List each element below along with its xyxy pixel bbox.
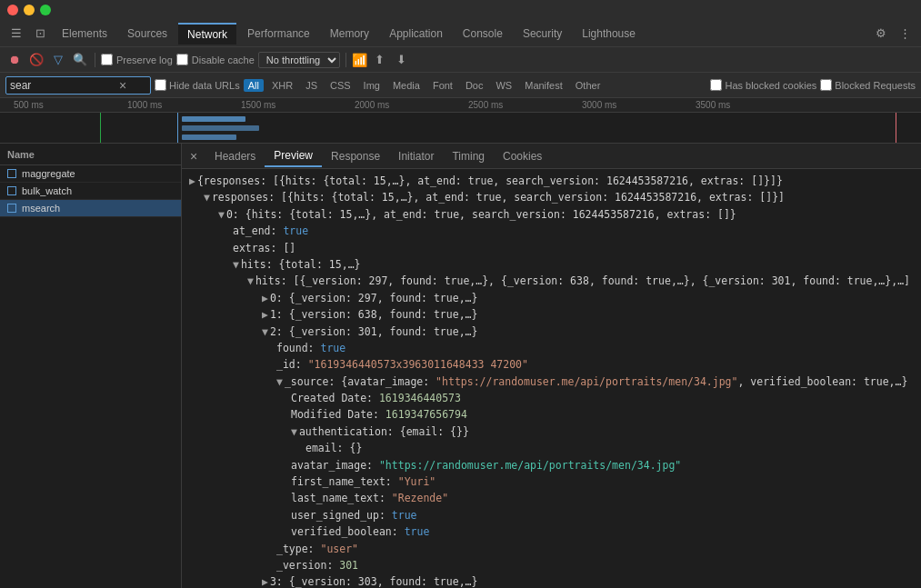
json-line-hits-items: ▼ hits: [{_version: 297, found: true,…},… [189,273,914,289]
request-item-bulk-watch[interactable]: bulk_watch [0,183,181,200]
collapse-arrow[interactable]: ▼ [233,256,239,273]
collapse-arrow[interactable]: ▶ [189,173,195,189]
json-line-id: _id: "1619346440573x3963011648433 47200" [189,356,914,373]
collapse-arrow[interactable]: ▶ [262,290,268,306]
tab-sources[interactable]: Sources [118,24,176,44]
collapse-arrow[interactable]: ▼ [262,324,268,340]
filter-type-manifest[interactable]: Manifest [520,79,567,92]
search-input[interactable] [10,79,119,92]
filter-type-img[interactable]: Img [359,79,385,92]
request-line [896,113,896,144]
item-name: msearch [22,203,60,214]
settings-icon[interactable]: ⚙ [870,23,892,45]
tab-initiator[interactable]: Initiator [389,146,443,166]
timeline-content [0,113,921,144]
preserve-log-checkbox[interactable]: Preserve log [101,54,173,65]
more-icon[interactable]: ⋮ [894,23,916,45]
devtools-menu-icon[interactable]: ☰ [5,23,27,45]
has-blocked-cookies-checkbox[interactable]: Has blocked cookies [710,79,816,91]
json-line-hit0: ▶ 0: {_version: 297, found: true,…} [189,290,914,306]
timeline-bar[interactable]: 500 ms 1000 ms 1500 ms 2000 ms 2500 ms 3… [0,98,921,144]
filter-type-media[interactable]: Media [388,79,425,92]
item-checkbox [7,204,16,213]
tab-performance[interactable]: Performance [238,24,319,44]
filter-type-font[interactable]: Font [428,79,457,92]
tab-response[interactable]: Response [322,146,389,166]
json-line-1: ▶ {responses: [{hits: {total: 15,…}, at_… [189,173,914,189]
filter-icon[interactable]: ▽ [49,51,67,69]
tab-preview[interactable]: Preview [265,145,322,167]
collapse-arrow[interactable]: ▶ [262,573,268,588]
left-panel: Name maggregate bulk_watch msearch [0,144,182,588]
separator2 [345,53,346,67]
tab-elements[interactable]: Elements [53,24,116,44]
json-line-created: Created Date: 1619346440573 [189,390,914,406]
request-item-maggregate[interactable]: maggregate [0,165,181,183]
wifi-icon: 📶 [352,53,367,67]
filter-type-ws[interactable]: WS [491,79,516,92]
json-line-hit3: ▶ 3: {_version: 303, found: true,…} [189,573,914,588]
tab-memory[interactable]: Memory [321,24,378,44]
json-line-source: ▼ _source: {avatar_image: "https://rando… [189,374,914,390]
close-button[interactable] [7,5,18,15]
blocked-requests-checkbox[interactable]: Blocked Requests [820,79,916,91]
tick-3000: 3000 ms [582,100,616,110]
tab-cookies[interactable]: Cookies [494,146,551,166]
collapse-arrow[interactable]: ▼ [291,424,297,440]
tick-2500: 2500 ms [468,100,503,110]
import-icon[interactable]: ⬆ [371,51,389,69]
collapse-arrow[interactable]: ▼ [204,189,210,205]
json-line-extras: extras: [] [189,240,914,256]
title-bar [0,0,921,20]
throttle-select[interactable]: No throttling [258,52,340,68]
filter-type-js[interactable]: JS [301,79,322,92]
filter-type-other[interactable]: Other [571,79,606,92]
filter-type-xhr[interactable]: XHR [267,79,297,92]
tab-console[interactable]: Console [454,24,512,44]
search-icon[interactable]: 🔍 [71,51,89,69]
timeline-ruler: 500 ms 1000 ms 1500 ms 2000 ms 2500 ms 3… [0,98,921,113]
preview-content[interactable]: ▶ {responses: [{hits: {total: 15,…}, at_… [182,169,921,588]
clear-icon[interactable]: 🚫 [27,51,45,69]
filter-type-doc[interactable]: Doc [461,79,488,92]
maximize-button[interactable] [40,5,51,15]
json-line-avatar: avatar_image: "https://randomuser.me/api… [189,457,914,473]
export-icon[interactable]: ⬇ [393,51,411,69]
json-line-lastname: last_name_text: "Rezende" [189,490,914,506]
json-line-type: _type: "user" [189,541,914,557]
disable-cache-checkbox[interactable]: Disable cache [176,54,255,65]
tab-timing[interactable]: Timing [443,146,494,166]
json-line-2: ▼ responses: [{hits: {total: 15,…}, at_e… [189,189,914,205]
tick-500: 500 ms [14,100,44,110]
item-name: bulk_watch [22,185,72,196]
hide-data-urls-checkbox[interactable]: Hide data URLs [155,79,240,91]
filter-bar: × Hide data URLs All XHR JS CSS Img Medi… [0,73,921,98]
collapse-arrow[interactable]: ▼ [247,273,254,289]
requests-header: Name [0,144,181,165]
panel-close-icon[interactable]: × [185,148,202,164]
item-name: maggregate [22,168,75,179]
tab-network[interactable]: Network [178,23,236,45]
json-line-at-end: at_end: true [189,223,914,239]
separator [95,53,95,67]
json-line-modified: Modified Date: 1619347656794 [189,406,914,423]
search-clear-icon[interactable]: × [119,79,126,92]
panel-tabs: × Headers Preview Response Initiator Tim… [182,144,921,169]
tick-3500: 3500 ms [696,100,730,110]
tab-application[interactable]: Application [380,24,452,44]
minimize-button[interactable] [24,5,35,15]
tab-lighthouse[interactable]: Lighthouse [573,24,645,44]
json-line-auth: ▼ authentication: {email: {}} [189,424,914,440]
collapse-arrow[interactable]: ▼ [218,206,225,223]
json-line-3: ▼ 0: {hits: {total: 15,…}, at_end: true,… [189,206,914,223]
collapse-arrow[interactable]: ▼ [276,374,283,390]
filter-type-all[interactable]: All [244,79,264,92]
collapse-arrow[interactable]: ▶ [262,306,268,323]
json-line-hit2: ▼ 2: {_version: 301, found: true,…} [189,324,914,340]
record-icon[interactable]: ⏺ [5,51,24,69]
tab-headers[interactable]: Headers [205,146,265,166]
responsive-icon[interactable]: ⊡ [29,23,51,45]
tab-security[interactable]: Security [514,24,571,44]
request-item-msearch[interactable]: msearch [0,200,181,217]
filter-type-css[interactable]: CSS [325,79,355,92]
